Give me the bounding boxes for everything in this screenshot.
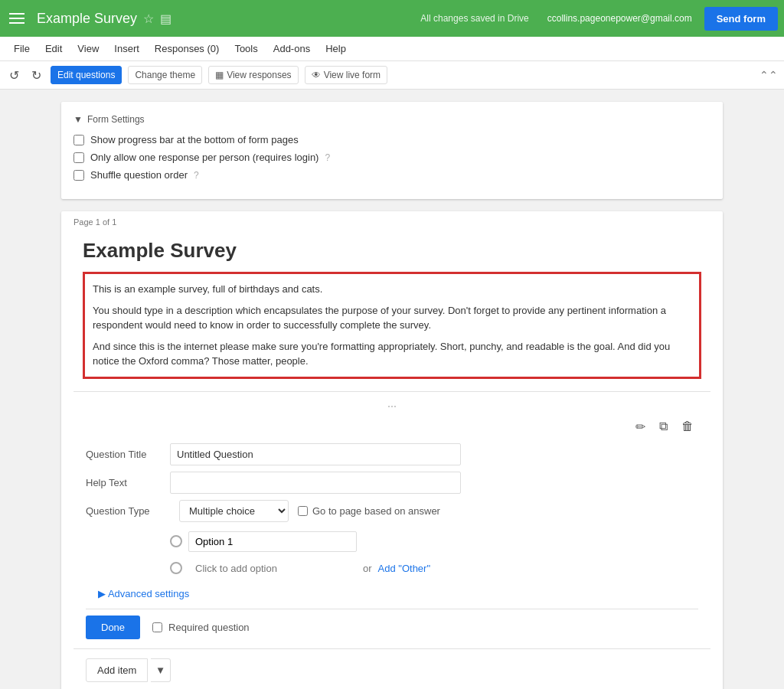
shuffle-option: Shuffle question order ?	[74, 169, 710, 181]
add-option-row: or Add "Other"	[170, 558, 698, 579]
progress-bar-checkbox[interactable]	[74, 135, 84, 145]
add-item-button[interactable]: Add item	[86, 658, 148, 682]
question-title-row: Question Title	[86, 443, 698, 465]
one-response-help-icon[interactable]: ?	[325, 152, 330, 163]
redo-button[interactable]: ↻	[28, 67, 44, 84]
form-settings-card: ▼ Form Settings Show progress bar at the…	[61, 102, 723, 199]
help-text-input[interactable]	[170, 472, 461, 494]
page-card: Page 1 of 1 Example Survey This is an ex…	[61, 211, 723, 689]
main-content: ▼ Form Settings Show progress bar at the…	[0, 90, 784, 689]
add-item-section: Add item ▼	[74, 648, 710, 690]
radio-circle-1	[170, 535, 182, 547]
shuffle-help-icon[interactable]: ?	[194, 170, 199, 181]
form-settings-header[interactable]: ▼ Form Settings	[74, 114, 710, 125]
undo-button[interactable]: ↺	[6, 67, 22, 84]
desc-line-3: And since this is the internet please ma…	[93, 339, 691, 369]
top-bar: Example Survey ☆ ▤ All changes saved in …	[0, 0, 784, 37]
menu-responses[interactable]: Responses (0)	[147, 37, 227, 61]
shuffle-label: Shuffle question order	[90, 169, 188, 181]
description-box[interactable]: This is an example survey, full of birth…	[83, 272, 701, 379]
help-text-row: Help Text	[86, 472, 698, 494]
go-to-page-label: Go to page based on answer	[298, 505, 440, 517]
shuffle-checkbox[interactable]	[74, 170, 84, 181]
edit-question-button[interactable]: ✏	[631, 416, 650, 437]
change-theme-label: Change theme	[135, 70, 195, 80]
progress-bar-option: Show progress bar at the bottom of form …	[74, 134, 710, 145]
option-1-row	[170, 531, 698, 552]
folder-icon[interactable]: ▤	[160, 11, 172, 26]
question-type-label: Question Type	[86, 505, 170, 517]
add-option-input[interactable]	[188, 558, 357, 579]
add-item-dropdown-button[interactable]: ▼	[151, 658, 171, 682]
delete-question-button[interactable]: 🗑	[677, 416, 698, 437]
progress-bar-label: Show progress bar at the bottom of form …	[90, 134, 299, 145]
dropdown-icon: ▼	[74, 114, 83, 125]
view-responses-icon: ▦	[215, 70, 224, 80]
view-responses-button[interactable]: ▦ View responses	[208, 66, 299, 84]
menu-view[interactable]: View	[70, 37, 106, 61]
menu-help[interactable]: Help	[318, 37, 354, 61]
form-settings-title: Form Settings	[87, 114, 145, 125]
menu-edit[interactable]: Edit	[38, 37, 70, 61]
edit-questions-label: Edit questions	[57, 70, 115, 80]
one-response-label: Only allow one response per person (requ…	[90, 152, 318, 163]
copy-question-button[interactable]: ⧉	[655, 416, 672, 437]
view-live-icon: 👁	[312, 70, 321, 80]
hamburger-icon[interactable]	[6, 10, 31, 27]
toolbar: ↺ ↻ Edit questions Change theme ▦ View r…	[0, 61, 784, 90]
one-response-option: Only allow one response per person (requ…	[74, 152, 710, 163]
radio-circle-2	[170, 562, 182, 574]
go-to-page-checkbox[interactable]	[298, 506, 308, 516]
required-checkbox[interactable]	[152, 622, 162, 632]
menu-addons[interactable]: Add-ons	[266, 37, 318, 61]
done-button[interactable]: Done	[86, 616, 140, 639]
question-editor: ⋯ ✏ ⧉ 🗑 Question Title Help Text	[74, 391, 710, 648]
view-live-label: View live form	[324, 70, 381, 80]
desc-line-2: You should type in a description which e…	[93, 303, 691, 333]
app-title-text: Example Survey	[37, 11, 137, 27]
desc-line-1: This is an example survey, full of birth…	[93, 282, 691, 297]
question-type-row: Question Type Multiple choice Text Parag…	[86, 500, 698, 522]
page-content: Example Survey This is an example survey…	[61, 227, 723, 689]
survey-title: Example Survey	[74, 239, 710, 263]
option-1-input[interactable]	[188, 531, 357, 552]
or-text: or	[363, 563, 372, 574]
menu-tools[interactable]: Tools	[227, 37, 265, 61]
go-to-page-text: Go to page based on answer	[312, 505, 440, 517]
question-title-label: Question Title	[86, 449, 170, 460]
menu-insert[interactable]: Insert	[106, 37, 147, 61]
advanced-settings-toggle[interactable]: ▶ Advanced settings	[86, 588, 698, 599]
view-responses-label: View responses	[227, 70, 292, 80]
star-icon[interactable]: ☆	[143, 11, 154, 26]
one-response-checkbox[interactable]	[74, 152, 84, 163]
required-row: Required question	[152, 622, 250, 633]
page-label: Page 1 of 1	[61, 211, 723, 227]
drag-handle: ⋯	[86, 401, 698, 412]
help-text-label: Help Text	[86, 477, 170, 488]
done-row: Done Required question	[86, 609, 698, 639]
saved-status: All changes saved in Drive	[420, 13, 528, 24]
view-live-button[interactable]: 👁 View live form	[305, 66, 387, 84]
menu-bar: File Edit View Insert Responses (0) Tool…	[0, 37, 784, 61]
options-section: or Add "Other"	[86, 531, 698, 579]
user-email[interactable]: ccollins.pageonepower@gmail.com	[547, 13, 692, 24]
required-label: Required question	[168, 622, 250, 633]
collapse-icon[interactable]: ⌃⌃	[760, 69, 778, 81]
change-theme-button[interactable]: Change theme	[128, 66, 202, 84]
edit-questions-button[interactable]: Edit questions	[51, 66, 122, 84]
question-title-input[interactable]	[170, 443, 461, 465]
question-toolbar: ✏ ⧉ 🗑	[86, 416, 698, 437]
app-title: Example Survey ☆ ▤	[37, 11, 407, 27]
add-other-link[interactable]: Add "Other"	[378, 563, 431, 574]
send-form-button[interactable]: Send form	[704, 7, 778, 31]
menu-file[interactable]: File	[6, 37, 38, 61]
question-type-select[interactable]: Multiple choice Text Paragraph text Chec…	[179, 500, 289, 522]
advanced-settings-label: ▶ Advanced settings	[98, 588, 189, 599]
